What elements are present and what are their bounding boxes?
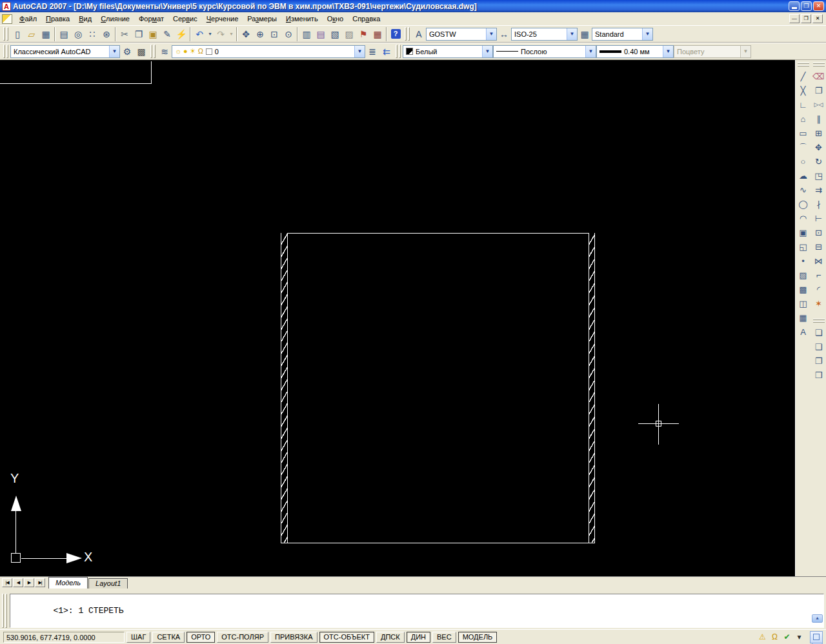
next-tab-button[interactable]: ▶	[24, 578, 34, 587]
make-object-layer-current-button[interactable]: ≣	[365, 45, 379, 59]
break-button[interactable]: ⊟	[812, 240, 825, 254]
designcenter-button[interactable]: ▤	[314, 27, 328, 41]
mdi-close-button[interactable]: ✕	[812, 14, 823, 23]
command-window-grip[interactable]	[2, 594, 8, 628]
undo-button[interactable]: ↶	[192, 27, 206, 41]
explode-button[interactable]: ✶	[812, 297, 825, 310]
chevron-down-icon[interactable]: ▼	[585, 46, 596, 57]
layer-properties-manager-button[interactable]: ≋	[157, 45, 172, 59]
region-button[interactable]: ◫	[796, 297, 810, 310]
paste-button[interactable]: ▣	[146, 27, 160, 41]
construction-line-button[interactable]: ╳	[796, 84, 810, 97]
array-button[interactable]: ⊞	[812, 126, 825, 140]
redo-button[interactable]: ↷	[214, 27, 228, 41]
point-button[interactable]: •	[796, 254, 810, 268]
zoom-window-button[interactable]: ⊡	[267, 27, 281, 41]
command-history[interactable]: <1>: 1 СТЕРЕТЬ ▲ ▼	[10, 594, 823, 635]
mdi-minimize-button[interactable]: —	[789, 14, 800, 23]
last-tab-button[interactable]: ▶|	[35, 578, 45, 587]
properties-toolbar-grip[interactable]	[396, 45, 401, 58]
menu-item-2[interactable]: Вид	[74, 14, 96, 24]
copy-button[interactable]: ❐	[812, 84, 825, 97]
drawing-canvas[interactable]: Y X	[0, 60, 795, 576]
quickcalc-button[interactable]: ▦	[370, 27, 385, 41]
partial-rectangle-bottom-edge[interactable]	[0, 83, 152, 84]
tab-layout1[interactable]: Layout1	[88, 578, 128, 589]
hatch-button[interactable]: ▨	[796, 268, 810, 282]
extend-button[interactable]: ⊢	[812, 212, 825, 225]
trim-button[interactable]: ∤	[812, 197, 825, 211]
tool-palettes-button[interactable]: ▧	[328, 27, 342, 41]
text-style-combo[interactable]: GOSTW ▼	[426, 28, 497, 41]
line-button[interactable]: ╱	[796, 70, 810, 83]
tab-model[interactable]: Модель	[48, 577, 88, 589]
text-style-button[interactable]: A	[412, 27, 426, 41]
vessel-left-wall-hatch[interactable]	[281, 233, 288, 543]
menu-item-10[interactable]: Справка	[348, 14, 385, 24]
linetype-combo[interactable]: Послою ▼	[493, 45, 596, 58]
block-editor-button[interactable]: ⚡	[174, 27, 188, 41]
arc-button[interactable]: ⌒	[796, 141, 810, 154]
plot-button[interactable]: ▤	[57, 27, 71, 41]
restore-button[interactable]: ❐	[801, 1, 812, 11]
circle-button[interactable]: ○	[796, 155, 810, 168]
workspaces-toolbar-grip[interactable]	[3, 45, 8, 58]
chevron-down-icon[interactable]: ▼	[482, 46, 492, 57]
minimize-button[interactable]	[789, 1, 800, 11]
pan-button[interactable]: ✥	[239, 27, 253, 41]
gradient-button[interactable]: ▩	[796, 283, 810, 296]
drawing-file-icon[interactable]	[2, 14, 12, 24]
open-button[interactable]: ▱	[25, 27, 39, 41]
chevron-down-icon[interactable]: ▼	[567, 28, 577, 40]
workspace-combo[interactable]: Классический AutoCAD ▼	[10, 45, 120, 58]
make-block-button[interactable]: ◱	[796, 240, 810, 254]
menu-item-8[interactable]: Изменить	[281, 14, 323, 24]
my-workspace-button[interactable]: ▩	[134, 45, 148, 59]
color-combo[interactable]: Белый ▼	[403, 45, 493, 58]
stretch-button[interactable]: ⇉	[812, 183, 825, 197]
ellipse-arc-button[interactable]: ◠	[796, 212, 810, 225]
chevron-down-icon[interactable]: ▼	[642, 28, 652, 40]
menu-item-0[interactable]: Файл	[15, 14, 41, 24]
menu-item-1[interactable]: Правка	[41, 14, 74, 24]
table-style-combo[interactable]: Standard ▼	[592, 28, 653, 41]
menu-item-4[interactable]: Формат	[134, 14, 168, 24]
vessel-right-wall-hatch[interactable]	[589, 233, 595, 543]
chevron-down-icon[interactable]: ▼	[354, 46, 365, 57]
close-button[interactable]: ✕	[813, 1, 824, 11]
plot-preview-button[interactable]: ◎	[71, 27, 85, 41]
partial-rectangle-right-edge[interactable]	[151, 61, 152, 83]
standard-toolbar-grip[interactable]	[3, 27, 8, 41]
break-at-point-button[interactable]: ⊡	[812, 226, 825, 239]
chevron-down-icon[interactable]: ▼	[109, 46, 119, 57]
lineweight-combo[interactable]: 0.40 мм ▼	[596, 45, 674, 58]
menu-item-6[interactable]: Черчение	[202, 14, 243, 24]
mirror-button[interactable]: ▷◁	[812, 98, 825, 112]
move-button[interactable]: ✥	[812, 141, 825, 154]
match-properties-button[interactable]: ✎	[160, 27, 174, 41]
menu-item-3[interactable]: Слияние	[96, 14, 134, 24]
cut-button[interactable]: ✂	[117, 27, 132, 41]
chevron-down-icon[interactable]: ▼	[486, 28, 496, 40]
chamfer-button[interactable]: ⌐	[812, 268, 825, 282]
menu-item-7[interactable]: Размеры	[243, 14, 281, 24]
layer-combo[interactable]: ☼●☀Ω 0 ▼	[172, 45, 365, 58]
properties-palette-button[interactable]: ▥	[299, 27, 314, 41]
scroll-up-button[interactable]: ▲	[812, 614, 823, 623]
vessel-bottom-line[interactable]	[281, 543, 595, 543]
spline-button[interactable]: ∿	[796, 183, 810, 197]
revision-cloud-button[interactable]: ☁	[796, 169, 810, 183]
polyline-button[interactable]: ∟	[796, 98, 810, 112]
styles-toolbar-grip[interactable]	[405, 27, 410, 41]
mdi-restore-button[interactable]: ❐	[801, 14, 811, 23]
rotate-button[interactable]: ↻	[812, 155, 825, 168]
menu-item-5[interactable]: Сервис	[168, 14, 202, 24]
first-tab-button[interactable]: |◀	[2, 578, 12, 587]
table-style-button[interactable]: ▦	[578, 27, 592, 41]
send-under-objects-button[interactable]: ❒	[812, 368, 825, 382]
send-to-back-button[interactable]: ❑	[812, 340, 825, 354]
ellipse-button[interactable]: ◯	[796, 197, 810, 211]
insert-block-button[interactable]: ▣	[796, 226, 810, 239]
undo-dropdown-button[interactable]: ▾	[206, 27, 214, 41]
help-button[interactable]: ?	[388, 27, 403, 41]
